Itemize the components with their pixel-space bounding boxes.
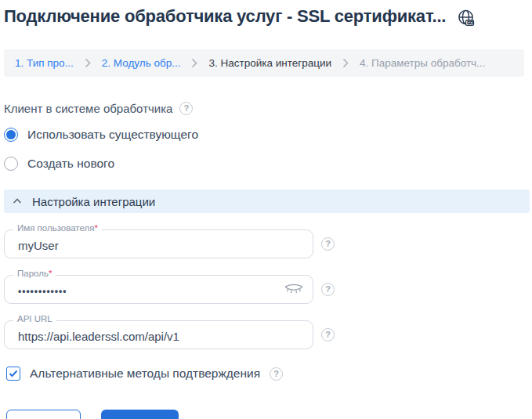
next-button[interactable]: Далее >> bbox=[101, 410, 179, 419]
required-mark: * bbox=[94, 223, 97, 233]
eye-closed-icon[interactable] bbox=[284, 284, 304, 295]
radio-label: Использовать существующего bbox=[27, 128, 198, 142]
chevron-right-icon bbox=[191, 58, 197, 68]
wizard-actions: << Назад Далее >> Отмена bbox=[6, 410, 526, 419]
chevron-right-icon bbox=[85, 58, 91, 68]
username-field-wrap: Имя пользователя* bbox=[4, 229, 313, 258]
checkbox-label[interactable]: Альтернативные методы подтверждения bbox=[30, 367, 260, 381]
svg-text:GO: GO bbox=[467, 20, 473, 25]
step-3-integration-setup: 3. Настройка интеграции bbox=[208, 57, 331, 69]
client-section-label-row: Клиент в системе обработчика ? bbox=[4, 102, 193, 115]
checkbox-icon[interactable] bbox=[6, 367, 20, 381]
radio-icon[interactable] bbox=[4, 157, 18, 171]
password-field-row: Пароль* ? bbox=[4, 275, 526, 304]
integration-section-header[interactable]: Настройка интеграции bbox=[4, 190, 530, 213]
radio-icon[interactable] bbox=[4, 128, 18, 142]
username-input[interactable] bbox=[4, 229, 313, 258]
help-icon[interactable]: ? bbox=[270, 367, 283, 381]
wizard-steps-bar: 1. Тип про... 2. Модуль обр... 3. Настро… bbox=[4, 49, 524, 77]
integration-section-title: Настройка интеграции bbox=[32, 195, 155, 208]
password-field-label: Пароль* bbox=[13, 269, 56, 278]
step-4-handler-params: 4. Параметры обработч... bbox=[360, 57, 485, 69]
client-section-label: Клиент в системе обработчика bbox=[4, 102, 172, 115]
api-url-field-label: API URL bbox=[13, 314, 56, 323]
password-field-wrap: Пароль* bbox=[4, 275, 313, 304]
help-icon[interactable]: ? bbox=[321, 328, 335, 341]
api-url-input[interactable] bbox=[4, 320, 313, 349]
api-url-field-wrap: API URL bbox=[4, 320, 313, 349]
password-input[interactable] bbox=[4, 275, 313, 304]
chevron-right-icon bbox=[342, 58, 349, 68]
username-field-row: Имя пользователя* ? bbox=[4, 229, 526, 258]
page-header: Подключение обработчика услуг - SSL серт… bbox=[4, 5, 526, 31]
page-title: Подключение обработчика услуг - SSL серт… bbox=[4, 6, 446, 27]
chevron-up-icon[interactable] bbox=[13, 198, 22, 204]
radio-option-create-new[interactable]: Создать нового bbox=[4, 157, 526, 171]
step-1-product-type[interactable]: 1. Тип про... bbox=[15, 57, 74, 69]
help-icon[interactable]: ? bbox=[321, 283, 335, 296]
wizard-page: Подключение обработчика услуг - SSL серт… bbox=[0, 0, 532, 419]
radio-label: Создать нового bbox=[27, 157, 114, 171]
back-button[interactable]: << Назад bbox=[6, 410, 81, 419]
alt-confirmation-methods-row: Альтернативные методы подтверждения ? bbox=[6, 367, 526, 381]
step-2-handler-module[interactable]: 2. Модуль обр... bbox=[102, 57, 181, 69]
required-mark: * bbox=[49, 269, 52, 278]
api-url-field-row: API URL ? bbox=[4, 320, 526, 349]
username-field-label: Имя пользователя* bbox=[13, 223, 102, 233]
help-icon[interactable]: ? bbox=[179, 102, 193, 115]
radio-option-use-existing[interactable]: Использовать существующего bbox=[4, 128, 526, 142]
globe-link-icon[interactable]: GO bbox=[457, 9, 476, 31]
help-icon[interactable]: ? bbox=[321, 237, 335, 251]
